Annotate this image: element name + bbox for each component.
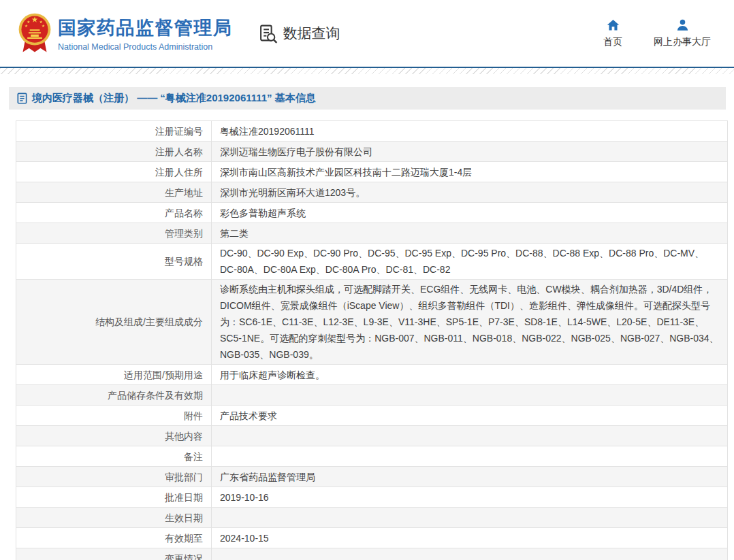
data-query-icon [259,24,278,44]
row-label-text: 备注 [184,451,203,462]
row-value [212,385,728,406]
row-label-text: 审批部门 [165,472,203,482]
row-label-text: 适用范围/预期用途 [124,369,203,380]
row-label-text: 变更情况 [165,553,203,560]
table-row: 适用范围/预期用途用于临床超声诊断检查。 [16,365,728,385]
table-row: 型号规格DC-90、DC-90 Exp、DC-90 Pro、DC-95、DC-9… [16,244,728,280]
data-query-section[interactable]: 数据查询 [259,24,340,44]
info-table: 注册证编号粤械注准20192061111注册人名称深圳迈瑞生物医疗电子股份有限公… [16,120,728,560]
row-label: 注册证编号 [16,121,212,142]
row-label-text: 有效期至 [165,533,203,544]
row-label: 审批部门 [16,467,212,487]
home-icon [606,18,620,32]
table-row: 产品名称彩色多普勒超声系统 [16,203,728,223]
row-label: 结构及组成/主要组成成分 [16,280,212,365]
row-label-text: 型号规格 [165,256,203,267]
row-value [212,426,728,446]
row-label-text: 管理类别 [165,228,203,239]
brand[interactable]: 国家药品监督管理局 National Medical Products Admi… [18,12,233,54]
table-row: 生效日期 [16,508,728,528]
hatch-divider [0,68,734,74]
row-label: 其他内容 [16,426,212,446]
brand-text: 国家药品监督管理局 National Medical Products Admi… [58,16,233,52]
nav-service-hall-label: 网上办事大厅 [654,36,711,48]
row-value: 2019-10-16 [212,487,728,508]
row-value: 诊断系统由主机和探头组成，可选配脚踏开关、ECG组件、无线网卡、电池、CW模块、… [212,280,728,365]
table-row: 结构及组成/主要组成成分诊断系统由主机和探头组成，可选配脚踏开关、ECG组件、无… [16,280,728,365]
row-label: 生产地址 [16,182,212,203]
row-label: 备注 [16,446,212,467]
row-label: 型号规格 [16,244,212,280]
table-row: 批准日期2019-10-16 [16,487,728,508]
row-value [212,548,728,560]
table-row: 注册人住所深圳市南山区高新技术产业园区科技南十二路迈瑞大厦1-4层 [16,162,728,182]
row-label: 管理类别 [16,223,212,244]
table-row: 注册人名称深圳迈瑞生物医疗电子股份有限公司 [16,142,728,162]
row-label-text: 产品名称 [165,208,203,218]
row-label-text: 生产地址 [165,187,203,198]
row-label-text: 批准日期 [165,492,203,503]
row-value: 深圳迈瑞生物医疗电子股份有限公司 [212,142,728,162]
national-emblem-logo [18,12,52,54]
row-value [212,446,728,467]
breadcrumb: 境内医疗器械（注册） —— “粤械注准20192061111” 基本信息 [9,87,726,110]
row-label-text: 其他内容 [165,431,203,442]
top-nav: 首页 网上办事大厅 [603,18,719,48]
row-label-text: 结构及组成/主要组成成分 [95,316,203,327]
table-row: 注册证编号粤械注准20192061111 [16,121,728,142]
row-label: 变更情况 [16,548,212,560]
table-row: 附件产品技术要求 [16,406,728,426]
table-row: 产品储存条件及有效期 [16,385,728,406]
row-label-text: 注册人名称 [155,146,203,157]
org-name-en: National Medical Products Administration [58,42,233,52]
user-icon [675,18,690,32]
table-row: 备注 [16,446,728,467]
table-row: 变更情况 [16,548,728,560]
row-label-text: 生效日期 [165,512,203,523]
data-query-label: 数据查询 [283,24,340,43]
document-icon [17,93,27,104]
table-row: 审批部门广东省药品监督管理局 [16,467,728,487]
nav-home-label: 首页 [603,36,622,48]
table-row: 管理类别第二类 [16,223,728,244]
row-value: 深圳市南山区高新技术产业园区科技南十二路迈瑞大厦1-4层 [212,162,728,182]
row-value: 粤械注准20192061111 [212,121,728,142]
row-value: 彩色多普勒超声系统 [212,203,728,223]
org-name-zh: 国家药品监督管理局 [58,16,233,40]
row-label: 批准日期 [16,487,212,508]
nav-home[interactable]: 首页 [603,18,622,48]
row-value: 第二类 [212,223,728,244]
row-label: 有效期至 [16,528,212,548]
breadcrumb-text: 境内医疗器械（注册） —— “粤械注准20192061111” 基本信息 [32,92,316,105]
row-label: 适用范围/预期用途 [16,365,212,385]
row-label: 生效日期 [16,508,212,528]
row-label: 注册人住所 [16,162,212,182]
row-label: 产品名称 [16,203,212,223]
row-value: 2024-10-15 [212,528,728,548]
site-header: 国家药品监督管理局 National Medical Products Admi… [0,0,734,68]
row-value: DC-90、DC-90 Exp、DC-90 Pro、DC-95、DC-95 Ex… [212,244,728,280]
row-label: 注册人名称 [16,142,212,162]
nav-service-hall[interactable]: 网上办事大厅 [654,18,711,48]
row-value: 产品技术要求 [212,406,728,426]
row-label-text: 注册人住所 [155,167,203,178]
table-row: 有效期至2024-10-15 [16,528,728,548]
info-table-body: 注册证编号粤械注准20192061111注册人名称深圳迈瑞生物医疗电子股份有限公… [16,121,728,560]
row-label-text: 注册证编号 [155,126,203,137]
row-value: 广东省药品监督管理局 [212,467,728,487]
row-value [212,508,728,528]
row-label: 附件 [16,406,212,426]
row-value: 用于临床超声诊断检查。 [212,365,728,385]
row-label-text: 产品储存条件及有效期 [108,390,203,401]
row-label-text: 附件 [184,410,203,421]
table-row: 其他内容 [16,426,728,446]
row-value: 深圳市光明新区南环大道1203号。 [212,182,728,203]
row-label: 产品储存条件及有效期 [16,385,212,406]
table-row: 生产地址深圳市光明新区南环大道1203号。 [16,182,728,203]
